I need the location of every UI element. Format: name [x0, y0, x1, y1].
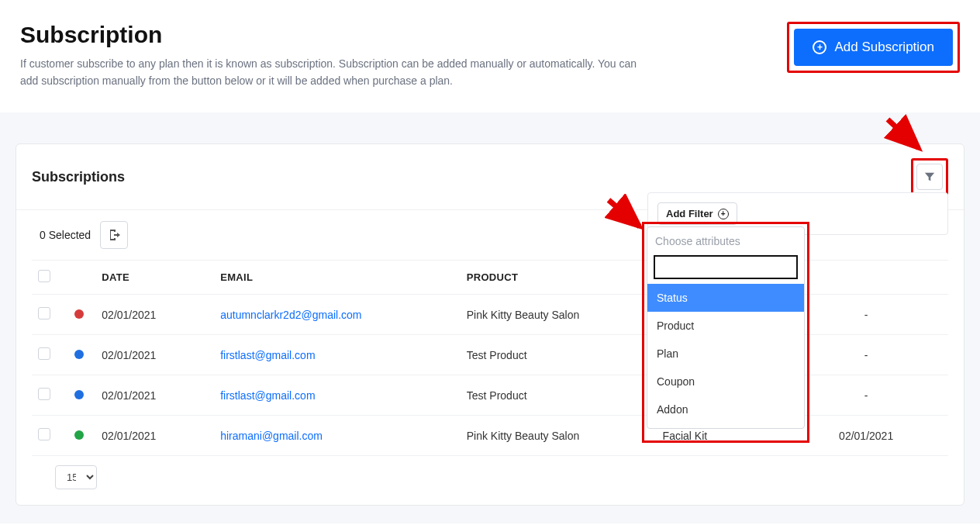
table-row: 02/01/2021 autumnclarkr2d2@gmail.com Pin…: [32, 295, 948, 335]
col-header-date: DATE: [95, 261, 214, 295]
cell-extra: -: [784, 375, 948, 416]
filter-button[interactable]: [916, 164, 943, 190]
subscriptions-table: DATE EMAIL PRODUCT PLAN 02/01/2021 au: [32, 260, 948, 456]
cell-email[interactable]: autumnclarkr2d2@gmail.com: [220, 309, 361, 321]
status-dot-icon: [74, 309, 84, 319]
subscriptions-card: Subscriptions Add Filter + Choose attrib…: [16, 143, 964, 506]
cell-product: Pink Kitty Beauty Salon: [461, 295, 657, 335]
funnel-icon: [924, 171, 935, 182]
add-filter-button[interactable]: Add Filter +: [657, 202, 737, 225]
cell-email[interactable]: firstlast@gmail.com: [220, 349, 315, 361]
cell-product: Test Product: [461, 375, 657, 416]
filter-button-highlight: [911, 158, 948, 195]
attribute-dropdown: Choose attributes Status Product Plan Co…: [647, 226, 805, 429]
status-dot-icon: [74, 430, 84, 440]
cell-date: 02/01/2021: [95, 335, 214, 375]
add-filter-label: Add Filter: [666, 208, 713, 219]
page-title: Subscription: [20, 22, 640, 48]
attribute-option-product[interactable]: Product: [647, 312, 804, 340]
cell-email[interactable]: firstlast@gmail.com: [220, 389, 315, 402]
status-dot-icon: [74, 390, 84, 399]
row-checkbox[interactable]: [38, 428, 50, 440]
cell-email[interactable]: hiramani@gmail.com: [220, 430, 323, 442]
export-button[interactable]: [100, 221, 128, 249]
page-size-select[interactable]: 15: [55, 465, 97, 489]
table-row: 02/01/2021 hiramani@gmail.com Pink Kitty…: [32, 416, 948, 456]
plus-circle-icon: +: [813, 40, 826, 54]
add-subscription-label: Add Subscription: [834, 40, 934, 55]
attribute-option-coupon[interactable]: Coupon: [647, 368, 804, 395]
col-header-email: EMAIL: [214, 261, 461, 295]
select-all-checkbox[interactable]: [38, 270, 50, 282]
export-icon: [108, 229, 120, 241]
selected-count-label: 0 Selected: [40, 229, 91, 241]
plus-circle-icon: +: [718, 209, 729, 219]
add-subscription-highlight: + Add Subscription: [787, 22, 960, 73]
card-title: Subscriptions: [32, 169, 125, 185]
attribute-dropdown-placeholder: Choose attributes: [647, 227, 804, 252]
cell-product: Test Product: [461, 335, 657, 375]
cell-extra: -: [784, 335, 948, 375]
add-subscription-button[interactable]: + Add Subscription: [794, 29, 953, 66]
cell-extra: 02/01/2021: [784, 416, 948, 456]
cell-date: 02/01/2021: [95, 295, 214, 335]
status-dot-icon: [74, 350, 84, 359]
row-checkbox[interactable]: [38, 388, 50, 400]
attribute-search-input[interactable]: [654, 255, 798, 279]
row-checkbox[interactable]: [38, 307, 50, 319]
cell-date: 02/01/2021: [95, 375, 214, 416]
cell-date: 02/01/2021: [95, 416, 214, 456]
attribute-option-plan[interactable]: Plan: [647, 340, 804, 368]
row-checkbox[interactable]: [38, 347, 50, 360]
table-row: 02/01/2021 firstlast@gmail.com Test Prod…: [32, 375, 948, 416]
page-subtitle: If customer subscribe to any plan then i…: [20, 56, 640, 89]
col-header-product: PRODUCT: [461, 261, 657, 295]
cell-extra: -: [784, 295, 948, 335]
cell-product: Pink Kitty Beauty Salon: [461, 416, 657, 456]
table-row: 02/01/2021 firstlast@gmail.com Test Prod…: [32, 335, 948, 375]
attribute-option-addon[interactable]: Addon: [647, 395, 804, 423]
attribute-option-status[interactable]: Status: [647, 284, 804, 312]
